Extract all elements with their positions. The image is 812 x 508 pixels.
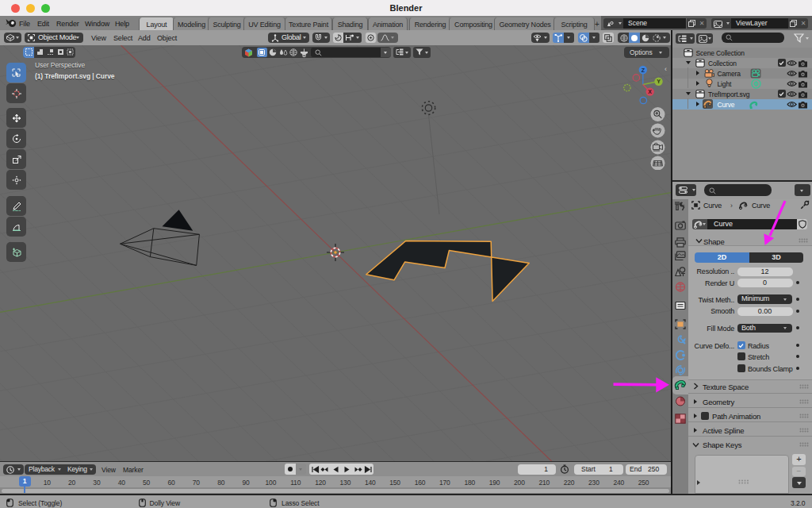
svg-text:X: X <box>648 89 652 94</box>
svg-text:Y: Y <box>657 79 661 84</box>
svg-text:Z: Z <box>642 67 645 73</box>
